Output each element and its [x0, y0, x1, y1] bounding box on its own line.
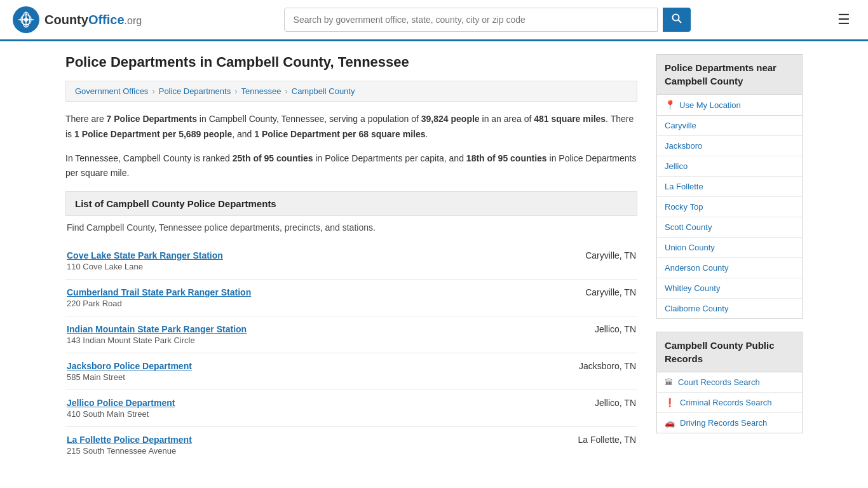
dept-address: 215 South Tennessee Avenue — [67, 446, 636, 456]
nearby-section: Police Departments near Campbell County … — [656, 54, 803, 319]
use-location-label: Use My Location — [679, 100, 741, 110]
nearby-title: Police Departments near Campbell County — [656, 54, 803, 95]
list-item: Anderson County — [657, 258, 802, 278]
breadcrumb: Government Offices › Police Departments … — [65, 81, 637, 102]
menu-button[interactable]: ☰ — [832, 9, 855, 30]
dept-address: 110 Cove Lake Lane — [67, 262, 636, 271]
record-icon: 🏛 — [665, 377, 673, 387]
nearby-link[interactable]: Jacksboro — [657, 136, 802, 156]
nearby-link[interactable]: Caryville — [657, 116, 802, 135]
list-item: Whitley County — [657, 278, 802, 299]
record-icon: ❗ — [665, 398, 675, 407]
breadcrumb-sep-2: › — [234, 86, 237, 96]
page-title: Police Departments in Campbell County, T… — [65, 54, 637, 71]
breadcrumb-police-depts[interactable]: Police Departments — [159, 86, 231, 96]
logo-icon — [13, 6, 39, 33]
list-item: Rocky Top — [657, 197, 802, 217]
search-input[interactable] — [284, 8, 658, 32]
table-row: La Follette Police Department La Follett… — [65, 427, 637, 463]
nearby-link[interactable]: Rocky Top — [657, 197, 802, 217]
breadcrumb-sep-3: › — [285, 86, 287, 96]
list-section-header: List of Campbell County Police Departmen… — [65, 191, 637, 216]
dept-name-link[interactable]: Cove Lake State Park Ranger Station — [67, 250, 223, 261]
nearby-list: CaryvilleJacksboroJellicoLa FolletteRock… — [656, 116, 803, 319]
dept-name-link[interactable]: Indian Mountain State Park Ranger Statio… — [67, 324, 247, 334]
list-item: Scott County — [657, 217, 802, 238]
dept-location: La Follette, TN — [578, 435, 636, 445]
dept-address: 410 South Main Street — [67, 409, 636, 419]
public-records-title: Campbell County Public Records — [656, 332, 803, 372]
dept-address: 585 Main Street — [67, 372, 636, 382]
department-list: Cove Lake State Park Ranger Station Cary… — [65, 243, 637, 463]
stats-text: There are 7 Police Departments in Campbe… — [65, 112, 637, 142]
list-item: Jacksboro — [657, 136, 802, 156]
table-row: Indian Mountain State Park Ranger Statio… — [65, 316, 637, 353]
logo[interactable]: CountyOffice.org — [13, 6, 142, 33]
dept-location: Jellico, TN — [595, 324, 636, 334]
public-records-section: Campbell County Public Records 🏛 Court R… — [656, 332, 803, 433]
dept-location: Jellico, TN — [595, 398, 636, 408]
table-row: Cumberland Trail State Park Ranger Stati… — [65, 280, 637, 316]
list-item: Jellico — [657, 156, 802, 177]
record-icon: 🚗 — [665, 418, 675, 428]
svg-point-6 — [672, 15, 679, 21]
list-item: 🚗 Driving Records Search — [657, 413, 802, 433]
search-button[interactable] — [663, 8, 691, 32]
ranking-text: In Tennessee, Campbell County is ranked … — [65, 151, 637, 182]
dept-name-link[interactable]: La Follette Police Department — [67, 435, 192, 445]
public-record-link[interactable]: 🚗 Driving Records Search — [657, 413, 802, 433]
nearby-link[interactable]: Jellico — [657, 156, 802, 176]
breadcrumb-tennessee[interactable]: Tennessee — [241, 86, 281, 96]
nearby-link[interactable]: Anderson County — [657, 258, 802, 278]
breadcrumb-campbell-county[interactable]: Campbell County — [292, 86, 355, 96]
nearby-link[interactable]: Scott County — [657, 217, 802, 237]
table-row: Jellico Police Department Jellico, TN 41… — [65, 390, 637, 427]
use-location[interactable]: 📍 Use My Location — [656, 95, 803, 116]
nearby-link[interactable]: La Follette — [657, 177, 802, 196]
dept-location: Caryville, TN — [585, 250, 636, 261]
breadcrumb-gov-offices[interactable]: Government Offices — [75, 86, 148, 96]
pin-icon: 📍 — [665, 100, 675, 110]
logo-text: CountyOffice.org — [44, 13, 142, 27]
list-item: ❗ Criminal Records Search — [657, 393, 802, 413]
svg-line-7 — [678, 20, 681, 24]
nearby-link[interactable]: Claiborne County — [657, 299, 802, 318]
table-row: Cove Lake State Park Ranger Station Cary… — [65, 243, 637, 280]
public-records-list: 🏛 Court Records Search ❗ Criminal Record… — [656, 372, 803, 433]
dept-name-link[interactable]: Jacksboro Police Department — [67, 361, 192, 371]
dept-location: Caryville, TN — [585, 287, 636, 297]
nearby-link[interactable]: Whitley County — [657, 278, 802, 298]
breadcrumb-sep-1: › — [152, 86, 154, 96]
table-row: Jacksboro Police Department Jacksboro, T… — [65, 353, 637, 390]
dept-name-link[interactable]: Cumberland Trail State Park Ranger Stati… — [67, 287, 251, 297]
public-record-link[interactable]: 🏛 Court Records Search — [657, 372, 802, 392]
list-item: 🏛 Court Records Search — [657, 372, 802, 393]
list-item: Union County — [657, 238, 802, 258]
list-item: Caryville — [657, 116, 802, 136]
dept-address: 220 Park Road — [67, 299, 636, 308]
dept-name-link[interactable]: Jellico Police Department — [67, 398, 175, 408]
list-section-desc: Find Campbell County, Tennessee police d… — [65, 222, 637, 233]
dept-location: Jacksboro, TN — [579, 361, 636, 371]
list-item: Claiborne County — [657, 299, 802, 318]
list-item: La Follette — [657, 177, 802, 197]
nearby-link[interactable]: Union County — [657, 238, 802, 257]
public-record-link[interactable]: ❗ Criminal Records Search — [657, 393, 802, 412]
dept-address: 143 Indian Mount State Park Circle — [67, 336, 636, 345]
